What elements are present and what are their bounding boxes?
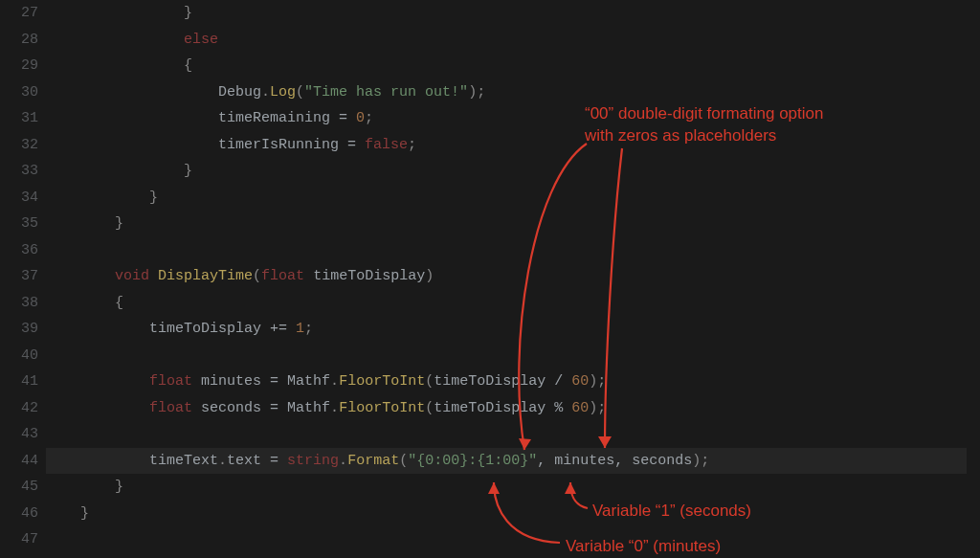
line-number: 41 bbox=[0, 368, 38, 395]
code-line: } bbox=[46, 185, 980, 212]
code-line: timeToDisplay += 1; bbox=[46, 316, 980, 343]
code-line: else bbox=[46, 27, 980, 54]
code-line: } bbox=[46, 501, 980, 527]
code-line: { bbox=[46, 290, 980, 317]
code-line: timeText.text = string.Format("{0:00}:{1… bbox=[46, 448, 980, 475]
code-line: } bbox=[46, 158, 980, 185]
code-line: timeRemaining = 0; bbox=[46, 105, 980, 132]
code-line: } bbox=[46, 0, 980, 27]
line-number: 45 bbox=[0, 474, 38, 501]
line-number: 29 bbox=[0, 53, 38, 79]
line-number: 39 bbox=[0, 316, 38, 343]
line-number: 37 bbox=[0, 263, 38, 290]
code-line bbox=[46, 526, 980, 553]
line-number: 43 bbox=[0, 421, 38, 448]
line-number: 33 bbox=[0, 158, 38, 185]
line-number: 27 bbox=[0, 0, 38, 27]
annotation-format-option: “00” double-digit formating option with … bbox=[585, 103, 823, 147]
code-line: { bbox=[46, 53, 980, 79]
code-line: timerIsRunning = false; bbox=[46, 132, 980, 159]
line-number-gutter: 2728293031323334353637383940414243444546… bbox=[0, 0, 46, 558]
annotation-variable-0: Variable “0” (minutes) bbox=[566, 536, 721, 558]
line-number: 47 bbox=[0, 526, 38, 553]
annotation-variable-1: Variable “1” (seconds) bbox=[592, 501, 751, 523]
line-number: 36 bbox=[0, 237, 38, 264]
line-number: 44 bbox=[0, 448, 38, 475]
code-line bbox=[46, 343, 980, 369]
code-line: } bbox=[46, 474, 980, 501]
code-line: float seconds = Mathf.FloorToInt(timeToD… bbox=[46, 395, 980, 422]
code-line: Debug.Log("Time has run out!"); bbox=[46, 79, 980, 106]
line-number: 42 bbox=[0, 395, 38, 422]
code-line bbox=[46, 421, 980, 448]
line-number: 38 bbox=[0, 290, 38, 317]
code-line: void DisplayTime(float timeToDisplay) bbox=[46, 263, 980, 290]
line-number: 34 bbox=[0, 185, 38, 212]
line-number: 28 bbox=[0, 27, 38, 54]
line-number: 40 bbox=[0, 343, 38, 369]
line-number: 30 bbox=[0, 79, 38, 106]
code-area[interactable]: } else { Debug.Log("Time has run out!");… bbox=[46, 0, 980, 558]
code-line: } bbox=[46, 211, 980, 237]
code-line: float minutes = Mathf.FloorToInt(timeToD… bbox=[46, 368, 980, 395]
line-number: 35 bbox=[0, 211, 38, 237]
line-number: 31 bbox=[0, 105, 38, 132]
line-number: 32 bbox=[0, 132, 38, 159]
code-line bbox=[46, 237, 980, 264]
code-editor: 2728293031323334353637383940414243444546… bbox=[0, 0, 980, 558]
line-number: 46 bbox=[0, 501, 38, 527]
